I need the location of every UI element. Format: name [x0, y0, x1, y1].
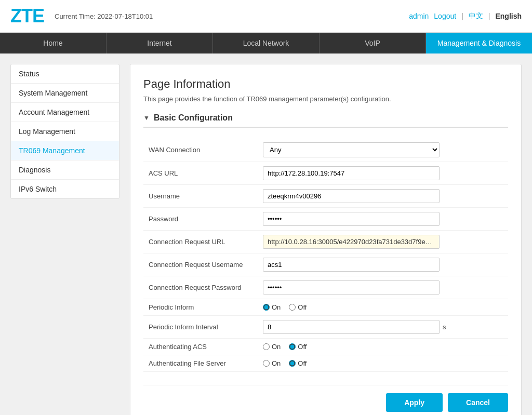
periodic-inform-radio-group: On Off	[263, 303, 503, 311]
interval-unit: s	[443, 323, 446, 331]
sidebar-item-ipv6-switch[interactable]: IPv6 Switch	[11, 180, 119, 198]
sidebar: Status System Management Account Managem…	[10, 64, 119, 199]
connection-request-url-row: Connection Request URL	[143, 231, 508, 253]
main-nav: Home Internet Local Network VoIP Managem…	[0, 33, 532, 53]
sidebar-item-tr069-management[interactable]: TR069 Management	[11, 141, 119, 160]
page-description: This page provides the function of TR069…	[143, 95, 508, 103]
connection-request-username-label: Connection Request Username	[143, 253, 258, 276]
acs-url-input[interactable]	[263, 166, 440, 180]
admin-link[interactable]: admin	[409, 12, 429, 20]
username-label: Username	[143, 185, 258, 208]
periodic-inform-interval-label: Periodic Inform Interval	[143, 316, 258, 339]
section-arrow-icon: ▼	[143, 114, 150, 122]
section-header: ▼ Basic Configuration	[143, 113, 508, 128]
authenticating-acs-on-radio[interactable]	[263, 343, 270, 350]
wan-connection-label: WAN Connection	[143, 138, 258, 162]
password-label: Password	[143, 208, 258, 231]
authenticating-acs-off-radio[interactable]	[289, 343, 296, 350]
password-row: Password	[143, 208, 508, 231]
password-input[interactable]	[263, 212, 440, 226]
lang-cn-link[interactable]: 中文	[469, 11, 483, 21]
nav-management[interactable]: Management & Diagnosis	[426, 33, 532, 53]
acs-url-label: ACS URL	[143, 162, 258, 185]
current-time: Current Time: 2022-07-18T10:01	[55, 12, 153, 20]
button-row: Apply Cancel	[143, 385, 508, 412]
periodic-inform-interval-row: Periodic Inform Interval s	[143, 316, 508, 339]
authenticating-acs-off-text: Off	[298, 343, 307, 351]
lang-separator: |	[488, 12, 490, 20]
authenticating-file-server-label: Authenticating File Server	[143, 355, 258, 372]
content-area: Page Information This page provides the …	[130, 64, 522, 415]
main-container: Status System Management Account Managem…	[0, 53, 532, 415]
authenticating-acs-on-label[interactable]: On	[263, 343, 281, 351]
authenticating-file-server-off-radio[interactable]	[289, 360, 296, 367]
cancel-button[interactable]: Cancel	[448, 393, 508, 412]
zte-logo: ZTE	[10, 5, 44, 27]
periodic-inform-label: Periodic Inform	[143, 299, 258, 316]
interval-group: s	[263, 320, 503, 334]
sidebar-item-system-management[interactable]: System Management	[11, 84, 119, 103]
config-form: WAN Connection Any ACS URL Us	[143, 138, 508, 372]
connection-request-username-input[interactable]	[263, 258, 440, 272]
nav-internet[interactable]: Internet	[107, 33, 213, 53]
authenticating-file-server-radio-group: On Off	[263, 359, 503, 367]
lang-divider: |	[461, 12, 463, 20]
sidebar-item-status[interactable]: Status	[11, 64, 119, 84]
periodic-inform-row: Periodic Inform On Off	[143, 299, 508, 316]
authenticating-acs-label: Authenticating ACS	[143, 339, 258, 355]
connection-request-password-label: Connection Request Password	[143, 276, 258, 299]
periodic-inform-off-text: Off	[298, 303, 307, 311]
wan-connection-select[interactable]: Any	[263, 142, 440, 157]
authenticating-acs-radio-group: On Off	[263, 343, 503, 351]
sidebar-item-log-management[interactable]: Log Management	[11, 122, 119, 141]
connection-request-url-label: Connection Request URL	[143, 231, 258, 253]
acs-url-row: ACS URL	[143, 162, 508, 185]
header-right: admin Logout | 中文 | English	[409, 11, 522, 21]
authenticating-acs-on-text: On	[272, 343, 281, 351]
header: ZTE Current Time: 2022-07-18T10:01 admin…	[0, 0, 532, 33]
periodic-inform-interval-input[interactable]	[263, 320, 440, 334]
periodic-inform-off-label[interactable]: Off	[289, 303, 307, 311]
authenticating-acs-row: Authenticating ACS On Off	[143, 339, 508, 355]
page-title: Page Information	[143, 77, 508, 91]
header-left: ZTE Current Time: 2022-07-18T10:01	[10, 5, 153, 27]
lang-en-label: English	[495, 12, 522, 20]
authenticating-acs-off-label[interactable]: Off	[289, 343, 307, 351]
connection-request-username-row: Connection Request Username	[143, 253, 508, 276]
connection-request-url-input[interactable]	[263, 235, 440, 249]
username-input[interactable]	[263, 189, 440, 203]
connection-request-password-row: Connection Request Password	[143, 276, 508, 299]
authenticating-file-server-off-text: Off	[298, 359, 307, 367]
authenticating-file-server-on-text: On	[272, 359, 281, 367]
connection-request-password-input[interactable]	[263, 280, 440, 294]
periodic-inform-on-label[interactable]: On	[263, 303, 281, 311]
section-title: Basic Configuration	[154, 113, 233, 123]
authenticating-file-server-row: Authenticating File Server On Off	[143, 355, 508, 372]
nav-voip[interactable]: VoIP	[320, 33, 426, 53]
authenticating-file-server-on-label[interactable]: On	[263, 359, 281, 367]
authenticating-file-server-on-radio[interactable]	[263, 360, 270, 367]
username-row: Username	[143, 185, 508, 208]
periodic-inform-off-radio[interactable]	[289, 304, 296, 311]
nav-local-network[interactable]: Local Network	[213, 33, 320, 53]
apply-button[interactable]: Apply	[386, 393, 443, 412]
sidebar-item-diagnosis[interactable]: Diagnosis	[11, 160, 119, 180]
sidebar-item-account-management[interactable]: Account Management	[11, 103, 119, 122]
nav-home[interactable]: Home	[0, 33, 107, 53]
authenticating-file-server-off-label[interactable]: Off	[289, 359, 307, 367]
logout-link[interactable]: Logout	[434, 12, 456, 20]
periodic-inform-on-text: On	[272, 303, 281, 311]
periodic-inform-on-radio[interactable]	[263, 304, 270, 311]
wan-connection-row: WAN Connection Any	[143, 138, 508, 162]
